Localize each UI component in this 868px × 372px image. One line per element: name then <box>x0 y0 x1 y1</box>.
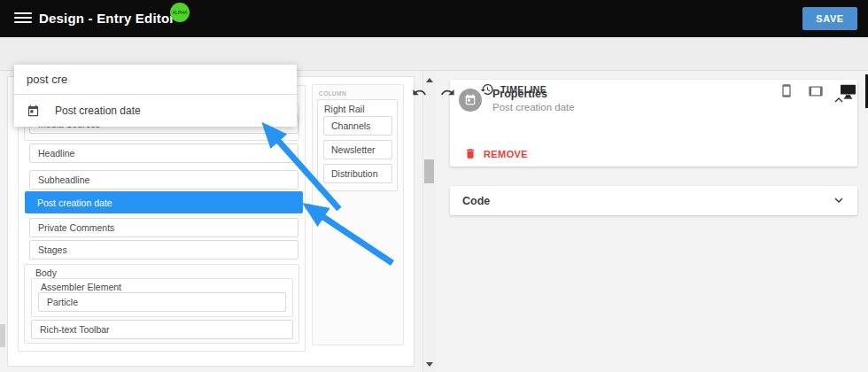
code-title: Code <box>462 195 490 207</box>
element-search-input[interactable]: post cre <box>14 65 297 95</box>
properties-avatar <box>459 89 482 112</box>
top-bar: Design - Entry Editor ALPHA SAVE <box>0 0 868 37</box>
tablet-icon[interactable] <box>808 85 824 97</box>
rail-item-newsletter[interactable]: Newsletter <box>323 140 392 159</box>
menu-icon[interactable] <box>14 12 32 25</box>
timeline-button[interactable]: TIMELINE <box>480 82 546 97</box>
desktop-icon[interactable] <box>840 84 856 99</box>
element-item-post-creation-date-selected[interactable]: Post creation date <box>25 191 303 213</box>
canvas-scrollbar[interactable] <box>422 71 436 372</box>
code-card[interactable]: Code <box>450 186 857 215</box>
element-item-headline[interactable]: Headline <box>29 143 298 163</box>
scroll-down-icon[interactable] <box>426 362 433 367</box>
history-icon <box>480 82 494 97</box>
remove-label: REMOVE <box>484 149 528 159</box>
assembler-element-label: Assembler Element <box>41 282 121 292</box>
scrollbar-thumb[interactable] <box>424 159 434 183</box>
phone-icon[interactable] <box>779 83 794 98</box>
remove-button[interactable]: REMOVE <box>464 147 528 160</box>
element-item-richtext-toolbar[interactable]: Rich-text Toolbar <box>31 320 293 339</box>
properties-subtitle: Post creation date <box>492 102 575 112</box>
element-item-private-comments[interactable]: Private Comments <box>29 218 298 237</box>
timeline-label: TIMELINE <box>500 84 546 95</box>
undo-icon[interactable] <box>411 85 428 100</box>
right-rail-label: Right Rail <box>324 104 365 114</box>
design-entry-editor: Design - Entry Editor ALPHA SAVE ADD ELE… <box>0 0 868 372</box>
calendar-icon <box>464 94 477 106</box>
rail-item-distribution[interactable]: Distribution <box>323 164 392 183</box>
alpha-badge: ALPHA <box>170 3 190 22</box>
search-result-label: Post creation date <box>55 105 141 117</box>
body-group-label: Body <box>35 267 57 278</box>
redo-icon[interactable] <box>439 85 456 100</box>
page-title: Design - Entry Editor <box>39 11 174 26</box>
chevron-down-icon[interactable] <box>831 192 847 208</box>
calendar-icon <box>27 105 40 118</box>
element-item-stages[interactable]: Stages <box>29 240 298 260</box>
element-item-particle[interactable]: Particle <box>38 292 286 312</box>
column-kicker: COLUMN <box>319 90 346 97</box>
add-element-popup: post cre Post creation date <box>14 65 297 127</box>
scroll-up-icon[interactable] <box>426 78 433 82</box>
rail-item-channels[interactable]: Channels <box>323 116 392 136</box>
save-button[interactable]: SAVE <box>802 7 857 30</box>
trash-icon <box>464 147 477 160</box>
left-scrollbar-thumb[interactable] <box>0 324 5 347</box>
element-item-subheadline[interactable]: Subheadline <box>29 170 298 190</box>
search-result-post-creation-date[interactable]: Post creation date <box>14 95 297 127</box>
